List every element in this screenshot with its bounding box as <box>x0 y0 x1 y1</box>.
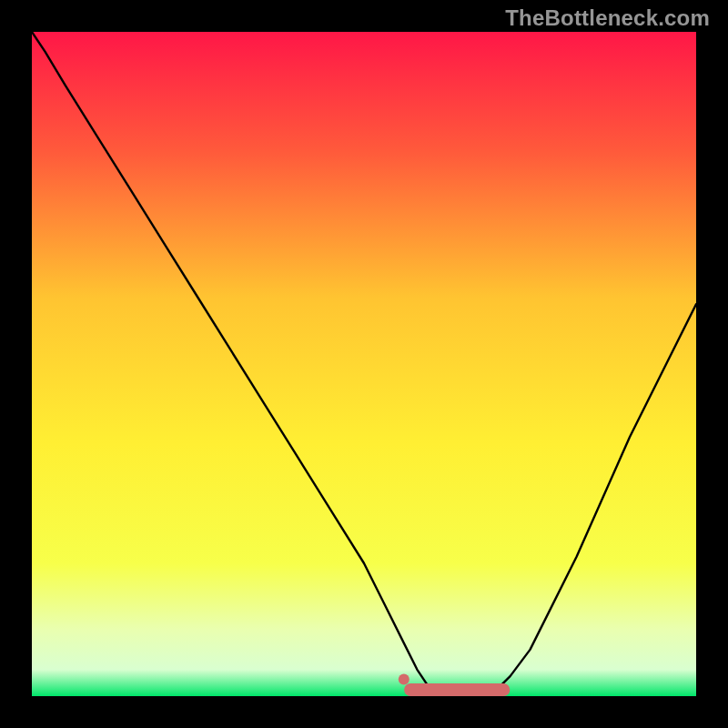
gradient-background <box>32 32 696 696</box>
chart-frame: TheBottleneck.com <box>0 0 728 728</box>
chart-svg <box>32 32 696 696</box>
marker-dot <box>399 673 410 684</box>
watermark-text: TheBottleneck.com <box>505 5 710 31</box>
chart-plot-area <box>32 32 696 696</box>
